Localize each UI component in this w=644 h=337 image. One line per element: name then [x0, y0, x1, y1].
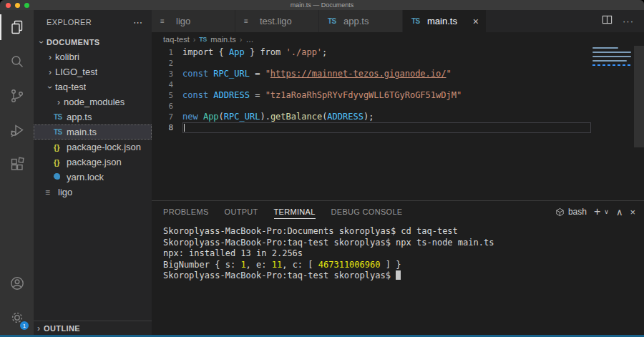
file-tree: ›DOCUMENTS›kolibri›LIGO_test›taq-test›no…: [34, 34, 152, 321]
minimap-line: [592, 62, 634, 64]
code-token: ": [447, 69, 452, 79]
tree-item[interactable]: ›DOCUMENTS: [34, 34, 152, 49]
terminal-cursor: [396, 270, 401, 280]
breadcrumb-segment[interactable]: …: [246, 35, 254, 44]
code-token: (: [219, 112, 224, 122]
breadcrumb-label: main.ts: [210, 35, 235, 44]
shell-selector[interactable]: bash: [555, 207, 587, 217]
close-tab-icon[interactable]: ×: [472, 16, 480, 27]
settings-gear-icon[interactable]: 1: [0, 301, 34, 335]
minimap-line: [592, 58, 634, 59]
tree-item[interactable]: yarn.lock: [34, 170, 152, 185]
terminal-line: Skoroplyass-MacBook-Pro:Documents skorop…: [163, 226, 644, 238]
code-token: ;: [322, 47, 327, 57]
code-token: ADDRESS: [213, 90, 250, 100]
search-icon[interactable]: [0, 44, 34, 79]
code-text: [182, 58, 591, 69]
code-token: App: [229, 47, 245, 57]
tree-item[interactable]: ›LIGO_test: [34, 64, 152, 79]
new-terminal-button[interactable]: +: [594, 205, 600, 218]
line-number: 3: [152, 69, 182, 79]
tree-item[interactable]: ›node_modules: [34, 94, 152, 109]
terminal-output[interactable]: Skoroplyass-MacBook-Pro:Documents skorop…: [152, 223, 644, 335]
tab-label: app.ts: [343, 16, 369, 26]
vscode-window: main.ts — Documents: [0, 0, 644, 337]
terminal-text: Skoroplyass-MacBook-Pro:taq-test skoropl…: [163, 238, 494, 248]
tree-item-label: node_modules: [64, 97, 125, 107]
panel-tab-output[interactable]: OUTPUT: [225, 205, 258, 219]
minimap[interactable]: [592, 47, 634, 67]
code-line: 7new App(RPC_URL).getBalance(ADDRESS);: [152, 112, 644, 122]
code-token: RPC_URL: [213, 69, 250, 79]
run-and-debug-icon[interactable]: [0, 113, 34, 147]
list-file-icon: ≡: [244, 17, 260, 25]
code-text: import { App } from './app';: [182, 47, 591, 58]
tree-item[interactable]: {}package.json: [34, 155, 152, 170]
terminal-text: npx: installed 13 in 2.256s: [163, 248, 303, 258]
terminal-dropdown-icon[interactable]: ∨: [604, 208, 609, 215]
code-line: 1import { App } from './app';: [152, 47, 644, 58]
outline-section[interactable]: › OUTLINE: [34, 321, 152, 335]
minimap-line: [592, 56, 631, 57]
panel-tab-debug-console[interactable]: DEBUG CONSOLE: [331, 205, 403, 219]
account-icon[interactable]: [0, 266, 34, 301]
json-file-icon: {}: [54, 143, 67, 152]
panel-tab-terminal[interactable]: TERMINAL: [274, 205, 316, 219]
code-line: 5const ADDRESS = "tz1aRoaRhSpRYvFdyvgWLL…: [152, 90, 644, 101]
maximize-panel-icon[interactable]: ∧: [616, 207, 623, 218]
code-text: const RPC_URL = "https://mainnet-tezos.g…: [182, 69, 591, 79]
breadcrumb: taq-test›TSmain.ts›…: [152, 32, 644, 46]
breadcrumb-segment[interactable]: taq-test: [163, 35, 190, 44]
list-file-icon: ≡: [160, 17, 176, 25]
sidebar-more-icon[interactable]: ⋯: [133, 17, 143, 28]
code-token: ).: [260, 112, 270, 122]
tree-item[interactable]: ›kolibri: [34, 49, 152, 64]
editor-group: ≡ligo≡test.ligoTSapp.tsTSmain.ts× ··· ta…: [152, 10, 644, 335]
json-file-icon: {}: [54, 158, 67, 167]
editor-tab-main.ts[interactable]: TSmain.ts×: [403, 10, 487, 32]
editor-tab-bar: ≡ligo≡test.ligoTSapp.tsTSmain.ts× ···: [152, 10, 644, 32]
tree-item-label: ligo: [58, 187, 72, 197]
line-number: 1: [152, 47, 182, 58]
tree-item[interactable]: {}package-lock.json: [34, 140, 152, 155]
ts-file-icon: TS: [199, 36, 210, 43]
code-token: getBalance: [270, 112, 322, 122]
ts-file-icon: TS: [411, 17, 427, 25]
tab-label: test.ligo: [260, 16, 292, 26]
activity-bar: 1: [0, 10, 34, 335]
code-text: [182, 79, 591, 90]
editor-tab-app.ts[interactable]: TSapp.ts: [319, 10, 403, 32]
split-editor-icon[interactable]: [602, 14, 613, 28]
extensions-icon[interactable]: [0, 147, 34, 182]
explorer-icon[interactable]: [0, 10, 34, 44]
code-text: new App(RPC_URL).getBalance(ADDRESS);: [182, 112, 591, 122]
terminal-text: BigNumber { s:: [163, 260, 240, 270]
panel-tab-problems[interactable]: PROBLEMS: [163, 205, 209, 219]
editor-more-actions-icon[interactable]: ···: [623, 16, 634, 26]
breadcrumb-segment[interactable]: TSmain.ts: [199, 35, 235, 44]
tree-item[interactable]: ≡ligo: [34, 185, 152, 200]
tree-item[interactable]: TSapp.ts: [34, 109, 152, 124]
line-number: 4: [152, 79, 182, 90]
terminal-text: Skoroplyass-MacBook-Pro:taq-test skoropl…: [163, 270, 396, 280]
minimap-line: [592, 54, 634, 55]
close-panel-icon[interactable]: ×: [630, 207, 635, 218]
tree-item[interactable]: TSmain.ts: [34, 124, 152, 140]
terminal-text: , c: [: [282, 260, 318, 270]
code-token: ADDRESS: [327, 112, 364, 122]
line-number: 5: [152, 90, 182, 101]
editor-scrollbar[interactable]: [634, 46, 644, 147]
editor-tab-ligo[interactable]: ≡ligo: [152, 10, 235, 32]
code-text: const ADDRESS = "tz1aRoaRhSpRYvFdyvgWLL6…: [182, 90, 591, 101]
tree-item-label: DOCUMENTS: [47, 38, 100, 47]
window-title: main.ts — Documents: [0, 1, 644, 9]
code-token: =: [250, 90, 265, 100]
tree-item[interactable]: ›taq-test: [34, 79, 152, 94]
terminal-text: 1: [240, 260, 245, 270]
code-token: RPC_URL: [224, 112, 260, 122]
editor-tab-test.ligo[interactable]: ≡test.ligo: [235, 10, 319, 32]
panel-header: PROBLEMSOUTPUTTERMINALDEBUG CONSOLE bash…: [152, 201, 644, 223]
source-control-icon[interactable]: [0, 79, 34, 113]
code-text: [182, 122, 591, 133]
code-editor[interactable]: 1import { App } from './app';23const RPC…: [152, 46, 644, 200]
